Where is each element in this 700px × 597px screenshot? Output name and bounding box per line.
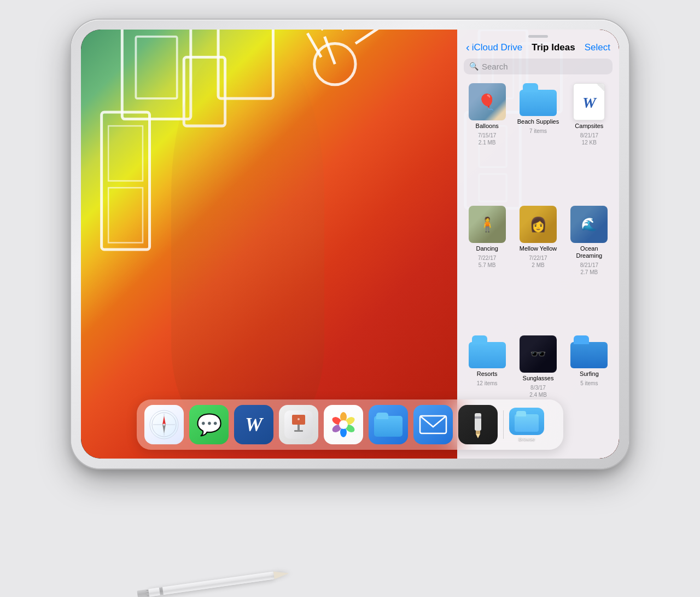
file-name-beach: Beach Supplies <box>517 118 559 125</box>
select-button[interactable]: Select <box>585 42 610 53</box>
pencil-band <box>159 587 164 595</box>
search-bar[interactable]: 🔍 Search <box>464 59 612 74</box>
pencil-tip <box>273 569 290 579</box>
ipad-device: ‹ iCloud Drive Trip Ideas Select 🔍 Searc… <box>71 20 629 468</box>
dock-app-messages[interactable]: 💬 <box>189 405 229 444</box>
svg-rect-28 <box>294 430 303 432</box>
search-icon: 🔍 <box>469 62 479 71</box>
file-item-mellow[interactable]: Mellow Yellow 7/22/172 MB <box>517 206 559 327</box>
file-item-balloons[interactable]: Balloons 7/15/172.1 MB <box>466 83 508 197</box>
svg-line-10 <box>307 33 321 57</box>
back-button[interactable]: ‹ iCloud Drive <box>466 42 522 53</box>
file-name-sunglasses: Sunglasses <box>523 375 554 382</box>
svg-rect-2 <box>102 112 150 250</box>
word-icon-letter: W <box>582 94 596 112</box>
file-meta-resorts: 12 items <box>477 380 498 387</box>
dock-separator <box>503 410 504 439</box>
dock-app-pencil[interactable] <box>458 405 498 444</box>
file-item-campsites[interactable]: W Campsites 8/21/1712 KB <box>568 83 610 197</box>
dock-app-safari[interactable] <box>144 405 184 444</box>
browse-folder-icon <box>515 411 539 432</box>
pencil-device <box>137 568 290 597</box>
file-icon-beach <box>520 83 557 116</box>
svg-rect-42 <box>475 416 481 419</box>
svg-point-29 <box>298 418 300 420</box>
file-icon-surfing <box>570 335 608 368</box>
file-item-dancing[interactable]: Dancing 7/22/175.7 MB <box>466 206 508 327</box>
file-meta-sunglasses: 8/3/172.4 MB <box>529 384 547 398</box>
file-meta-campsites: 8/21/1712 KB <box>580 132 598 146</box>
browse-label: Browse <box>518 436 535 442</box>
file-meta-dancing: 7/22/175.7 MB <box>478 254 496 269</box>
folder-tab-beach <box>523 83 538 92</box>
ipad-inner: ‹ iCloud Drive Trip Ideas Select 🔍 Searc… <box>81 30 619 459</box>
file-name-campsites: Campsites <box>575 123 603 130</box>
svg-rect-0 <box>122 30 191 119</box>
files-panel: ‹ iCloud Drive Trip Ideas Select 🔍 Searc… <box>457 30 619 459</box>
file-item-ocean[interactable]: Ocean Dreaming 8/21/172.7 MB <box>568 206 610 327</box>
panel-header: ‹ iCloud Drive Trip Ideas Select <box>457 42 619 59</box>
file-icon-campsites: W <box>573 83 605 120</box>
svg-rect-4 <box>108 188 143 242</box>
svg-rect-37 <box>419 414 447 436</box>
dock-app-word[interactable]: W <box>234 405 273 444</box>
file-meta-ocean: 8/21/172.7 MB <box>580 262 598 276</box>
panel-title: Trip Ideas <box>532 42 575 53</box>
file-icon-resorts <box>469 335 506 368</box>
back-label: iCloud Drive <box>472 42 523 53</box>
files-folder-tab <box>376 413 388 419</box>
messages-icon: 💬 <box>196 413 222 437</box>
file-name-surfing: Surfing <box>580 370 599 378</box>
folder-tab-resorts <box>472 335 487 344</box>
dock-browse-icon[interactable] <box>509 408 544 435</box>
file-name-balloons: Balloons <box>476 123 499 130</box>
svg-rect-3 <box>108 126 143 181</box>
svg-rect-39 <box>475 413 481 431</box>
browse-folder-tab <box>516 411 526 416</box>
files-folder-icon <box>374 413 402 437</box>
file-thumbnail-ocean <box>570 206 608 243</box>
file-thumbnail-balloons <box>469 83 506 120</box>
word-icon: W <box>245 413 262 436</box>
file-thumbnail-dancing <box>469 206 506 243</box>
dock-app-photos[interactable] <box>324 405 363 444</box>
pencil-body <box>148 571 275 596</box>
svg-point-36 <box>339 420 348 429</box>
svg-marker-41 <box>476 434 480 438</box>
file-meta-beach: 7 items <box>529 127 547 135</box>
file-name-ocean: Ocean Dreaming <box>568 245 610 259</box>
dock-app-files[interactable] <box>369 405 408 444</box>
dock-browse-area: Browse <box>509 408 544 442</box>
file-meta-surfing: 5 items <box>580 380 598 387</box>
ipad-outer-frame: ‹ iCloud Drive Trip Ideas Select 🔍 Searc… <box>71 20 629 468</box>
file-name-dancing: Dancing <box>476 245 498 252</box>
file-name-mellow: Mellow Yellow <box>520 245 557 252</box>
dock-container: 💬 W <box>137 399 563 450</box>
folder-body-resorts <box>469 342 506 368</box>
svg-rect-1 <box>136 36 177 98</box>
folder-body-beach <box>520 90 557 116</box>
back-chevron-icon: ‹ <box>466 42 470 53</box>
folder-body-surfing <box>570 342 608 368</box>
file-meta-mellow: 7/22/172 MB <box>529 254 547 269</box>
svg-point-12 <box>314 43 355 84</box>
browse-folder-body <box>515 414 539 432</box>
dock-app-mail[interactable] <box>413 405 453 444</box>
scene: ‹ iCloud Drive Trip Ideas Select 🔍 Searc… <box>27 20 673 578</box>
file-item-surfing[interactable]: Surfing 5 items <box>568 335 610 449</box>
file-item-beach[interactable]: Beach Supplies 7 items <box>517 83 559 197</box>
pencil-cap <box>137 589 149 597</box>
file-meta-balloons: 7/15/172.1 MB <box>478 132 496 146</box>
panel-handle <box>528 35 548 38</box>
svg-rect-40 <box>476 431 480 434</box>
dock-app-keynote[interactable] <box>279 405 318 444</box>
file-thumbnail-mellow <box>520 206 557 243</box>
person-silhouette <box>171 46 324 418</box>
file-name-resorts: Resorts <box>477 370 498 378</box>
dock: 💬 W <box>137 399 563 450</box>
svg-line-9 <box>355 30 386 44</box>
svg-line-11 <box>325 36 335 63</box>
folder-tab-surfing <box>574 335 589 344</box>
file-thumbnail-sunglasses <box>520 335 557 373</box>
ipad-screen: ‹ iCloud Drive Trip Ideas Select 🔍 Searc… <box>81 30 619 459</box>
